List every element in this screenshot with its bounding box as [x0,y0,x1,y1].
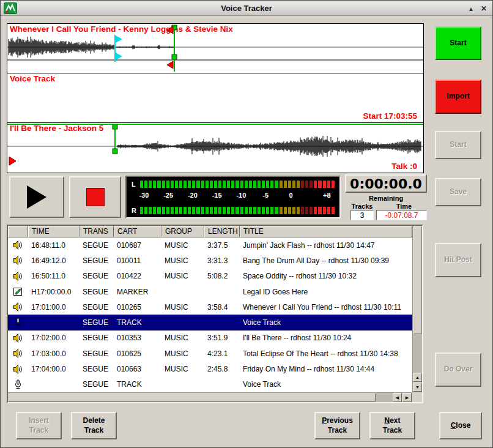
log-cell-cart: 010687 [114,237,161,253]
import-button[interactable]: Import [435,80,481,114]
meter-segment [149,207,152,214]
log-header-trans: TRANS [80,226,114,237]
start-time-label: Start 17:03:55 [363,111,417,121]
log-header-title: TITLE [240,226,412,237]
waveform-canvas[interactable] [7,24,423,73]
log-cell-time: 17:03:00.0 [28,346,80,361]
log-cell-cart: 010353 [114,330,161,346]
play-button[interactable] [9,176,64,218]
meter-segment [288,181,291,188]
waveform-panel-outgoing[interactable]: Whenever I Call You Friend - Kenny Loggi… [7,24,423,73]
window-title: Voice Tracker [1,4,492,13]
log-row[interactable]: SEGUETRACKVoice Track [8,377,412,392]
meter-segment [206,207,209,214]
log-header: TIMETRANSCARTGROUPLENGTHTITLE [8,226,412,237]
maximize-icon[interactable]: ▲ [466,4,476,13]
meter-scale-tick: -15 [212,192,222,199]
play-icon [27,185,46,209]
marker-icon [8,284,28,299]
start-play-button[interactable]: Start [435,131,481,159]
waveform-canvas[interactable] [7,73,423,122]
horizontal-scrollbar[interactable]: ◀ ▶ [8,392,412,402]
log-row[interactable]: 17:03:00.0SEGUE010625MUSIC4:23.1Total Ec… [8,346,412,361]
meter-segment [201,207,204,214]
button-label: Start [450,39,466,48]
log-row[interactable]: 16:49:12.0SEGUE010011MUSIC3:31.3Bang The… [8,253,412,268]
horizontal-scrollbar-thumb[interactable] [9,394,376,401]
titlebar[interactable]: Voice Tracker ▲ ✕ [1,1,492,16]
talk-time-label: Talk :0 [391,162,417,171]
meter-segment [249,181,252,188]
log-cell-cart: TRACK [114,377,161,392]
meter-segment [245,181,248,188]
waveform-canvas[interactable] [7,123,423,172]
scroll-right-icon[interactable]: ▶ [402,393,412,402]
log-cell-length: 3:31.3 [204,253,240,268]
log-header-time: TIME [28,226,80,237]
save-button[interactable]: Save [435,178,481,206]
meter-segment [288,207,291,214]
next-track-button[interactable]: Next Track [369,412,415,439]
stop-button[interactable] [69,176,121,218]
meter-segment [253,181,256,188]
meter-segment [231,181,234,188]
log-cell-time: H17:00:00.0 [28,284,80,299]
log-cell-trans: SEGUE [80,284,114,299]
vertical-scrollbar[interactable]: ▲ ▼ [412,226,422,392]
log-row[interactable]: SEGUETRACKVoice Track [8,315,412,330]
log-cell-length: 3:37.5 [204,237,240,253]
scroll-left-icon[interactable]: ◀ [393,393,402,402]
log-cell-title: Whenever I Call You Friend -- rdhost 11/… [240,299,412,315]
right-channel-label: R [132,207,140,214]
log-row[interactable]: 17:04:00.0SEGUE010663MUSIC2:45.8Friday O… [8,361,412,376]
log-row[interactable]: 16:50:11.0SEGUE010422MUSIC5:08.2Space Od… [8,269,412,284]
button-label: Do Over [444,365,473,375]
meter-segment [218,207,221,214]
meter-segment [270,207,273,214]
log-row[interactable]: 17:01:00.0SEGUE010265MUSIC3:58.4Whenever… [8,299,412,315]
delete-track-button[interactable]: Delete Track [71,412,117,439]
meter-segment [301,181,304,188]
button-label: Track [383,426,402,436]
meter-segment [258,181,261,188]
meter-segment [323,181,326,188]
close-button[interactable]: Close [439,412,482,439]
button-label: Next [384,416,400,426]
left-channel-label: L [132,181,140,188]
insert-track-button[interactable]: Insert Track [16,412,62,439]
log-cell-group [161,377,204,392]
meter-segment [171,181,174,188]
log-row[interactable]: H17:00:00.0SEGUEMARKERLegal ID Goes Here [8,284,412,299]
previous-track-button[interactable]: Previous Track [314,412,360,439]
button-label: Insert [29,416,49,426]
mic-icon [8,377,28,392]
log-cell-title: Legal ID Goes Here [240,284,412,299]
do-over-button[interactable]: Do Over [435,353,481,387]
scroll-up-icon[interactable]: ▲ [413,373,422,382]
meter-segment [192,181,195,188]
meter-segment [231,207,234,214]
meter-segment [166,207,169,214]
meter-segment [249,207,252,214]
vertical-scrollbar-thumb[interactable] [413,226,421,334]
level-meter: L -30-25-20-15-10-50+8 R [125,176,341,218]
scroll-down-icon[interactable]: ▼ [413,383,422,392]
meter-segment [301,207,304,214]
log-cell-cart: 010422 [114,269,161,284]
hit-post-button[interactable]: Hit Post [435,243,481,277]
meter-segment [206,181,209,188]
meter-segment [253,207,256,214]
button-label: Track [29,426,48,436]
speaker-icon [8,330,28,346]
meter-segment [149,181,152,188]
meter-segment [183,181,187,188]
waveform-panel-voicetrack[interactable]: Voice Track Start 17:03:55 [7,73,423,123]
log-row[interactable]: 16:48:11.0SEGUE010687MUSIC3:37.5Jumpin' … [8,237,412,253]
meter-segment [179,181,182,188]
meter-segment [314,207,317,214]
start-record-button[interactable]: Start [435,26,481,60]
log-row[interactable]: 17:02:00.0SEGUE010353MUSIC3:51.9I'll Be … [8,330,412,346]
meter-segment [196,207,199,214]
waveform-panel-incoming[interactable]: I'll Be There - Jackson 5 Talk :0 [7,123,423,173]
close-icon[interactable]: ✕ [479,4,489,13]
